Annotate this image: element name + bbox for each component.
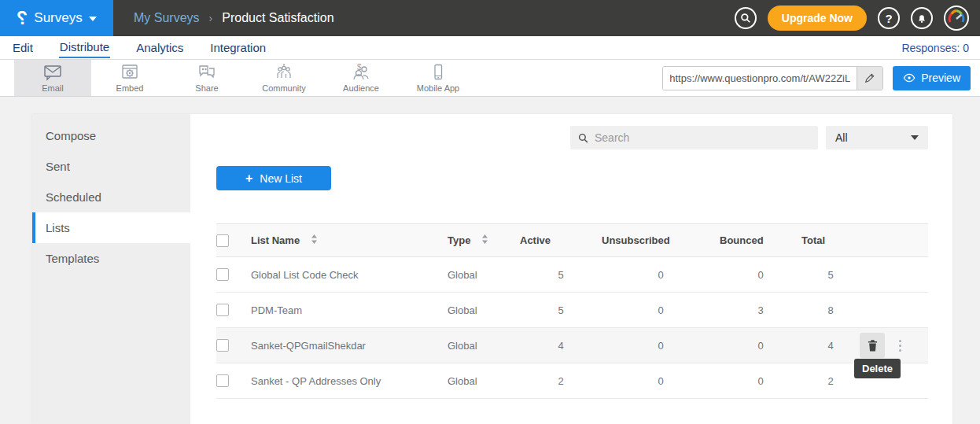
page-content: Compose Sent Scheduled Lists Templates A…	[0, 97, 980, 424]
bounced-count[interactable]: 0	[720, 363, 801, 399]
topbar-actions: Upgrade Now ?	[735, 6, 980, 31]
column-bounced: Bounced	[720, 224, 801, 257]
list-type: Global	[448, 328, 520, 363]
table-row-hovered: Sanket-QPGmailShekdar Global 4 0 0 4	[216, 328, 928, 363]
distribute-toolbar: Email Embed Share	[0, 60, 980, 97]
table-header-row: List Name Type	[216, 224, 928, 257]
smartphone-icon	[428, 63, 448, 82]
email-sidebar: Compose Sent Scheduled Lists Templates	[32, 114, 190, 424]
channel-mobile-app-button[interactable]: Mobile App	[400, 60, 477, 96]
breadcrumb-my-surveys[interactable]: My Surveys	[134, 11, 200, 25]
delete-list-button[interactable]	[860, 333, 885, 358]
row-checkbox[interactable]	[216, 304, 229, 316]
delete-tooltip: Delete	[854, 359, 901, 378]
list-type: Global	[448, 293, 520, 328]
email-distribution-card: Compose Sent Scheduled Lists Templates A…	[32, 114, 952, 424]
bounced-count[interactable]: 0	[720, 257, 801, 293]
column-unsubscribed: Unsubscribed	[602, 224, 720, 257]
channel-email-button[interactable]: Email	[14, 60, 91, 96]
unsubscribed-count[interactable]: 0	[602, 363, 720, 399]
column-active: Active	[520, 224, 602, 257]
list-name-link[interactable]: Sanket - QP Addresses Only	[251, 363, 448, 399]
tab-analytics[interactable]: Analytics	[135, 39, 184, 57]
bell-icon	[916, 13, 927, 24]
survey-url-input[interactable]	[663, 67, 857, 90]
table-row: Global List Code Check Global 5 0 0 5	[216, 257, 928, 293]
bounced-count[interactable]: 0	[720, 328, 801, 363]
select-all-checkbox[interactable]	[216, 234, 229, 247]
tab-integration[interactable]: Integration	[209, 39, 267, 57]
list-type-filter[interactable]: All	[826, 126, 928, 149]
product-switcher[interactable]: ? Surveys	[0, 0, 113, 36]
row-checkbox[interactable]	[216, 339, 229, 352]
channel-label: Community	[262, 83, 306, 93]
pencil-icon	[864, 72, 875, 83]
list-name-link[interactable]: PDM-Team	[251, 293, 448, 328]
sidebar-item-templates[interactable]: Templates	[32, 243, 190, 274]
unsubscribed-count[interactable]: 0	[602, 257, 720, 293]
search-input[interactable]	[595, 131, 810, 144]
sidebar-item-compose[interactable]: Compose	[32, 120, 190, 151]
chevron-down-icon	[911, 135, 919, 140]
filter-value: All	[835, 131, 848, 144]
active-count[interactable]: 4	[520, 328, 602, 363]
responses-count[interactable]: Responses: 0	[901, 42, 980, 54]
question-mark-icon: ?	[885, 12, 892, 25]
upgrade-now-button[interactable]: Upgrade Now	[768, 6, 867, 31]
unsubscribed-count[interactable]: 0	[602, 328, 720, 363]
column-total: Total	[801, 224, 860, 257]
column-list-name: List Name	[251, 234, 300, 246]
search-icon	[740, 13, 751, 24]
total-count[interactable]: 5	[801, 257, 860, 293]
table-row: PDM-Team Global 5 0 3 8	[216, 293, 928, 328]
breadcrumb: My Surveys › Product Satisfaction	[134, 11, 334, 25]
row-menu-button[interactable]	[896, 337, 904, 355]
sort-icon[interactable]	[311, 234, 318, 246]
top-bar: ? Surveys My Surveys › Product Satisfact…	[0, 0, 980, 36]
total-count[interactable]: 4	[801, 328, 860, 363]
channel-buttons: Email Embed Share	[14, 60, 477, 96]
people-group-icon	[274, 63, 294, 82]
table-row: Sanket - QP Addresses Only Global 2 0 0 …	[216, 363, 928, 399]
sidebar-item-scheduled[interactable]: Scheduled	[32, 182, 190, 212]
channel-label: Share	[195, 83, 218, 93]
active-count[interactable]: 2	[520, 363, 602, 399]
search-button[interactable]	[735, 7, 757, 29]
sidebar-item-lists[interactable]: Lists	[32, 212, 190, 243]
channel-label: Email	[42, 83, 64, 93]
channel-community-button[interactable]: Community	[245, 60, 322, 96]
row-checkbox[interactable]	[216, 374, 229, 387]
total-count[interactable]: 8	[801, 293, 860, 328]
bounced-count[interactable]: 3	[720, 293, 801, 328]
channel-share-button[interactable]: Share	[168, 60, 245, 96]
list-search	[570, 126, 818, 149]
notifications-button[interactable]	[911, 7, 933, 29]
list-name-link[interactable]: Global List Code Check	[251, 257, 448, 293]
preview-label: Preview	[921, 72, 960, 84]
account-avatar[interactable]	[944, 6, 969, 31]
active-count[interactable]: 5	[520, 257, 602, 293]
channel-audience-button[interactable]: $ Audience	[322, 60, 400, 96]
new-list-button[interactable]: + New List	[216, 166, 331, 190]
row-checkbox[interactable]	[216, 268, 229, 281]
edit-url-button[interactable]	[857, 67, 882, 90]
browser-gear-icon	[120, 63, 140, 82]
envelope-icon	[42, 63, 63, 82]
active-count[interactable]: 5	[520, 293, 602, 328]
help-button[interactable]: ?	[878, 7, 900, 29]
breadcrumb-current-survey: Product Satisfaction	[222, 11, 333, 25]
total-count[interactable]: 2	[801, 363, 860, 399]
unsubscribed-count[interactable]: 0	[602, 293, 720, 328]
channel-label: Mobile App	[417, 83, 459, 93]
lists-table: List Name Type	[216, 223, 928, 399]
tab-edit[interactable]: Edit	[12, 39, 34, 57]
list-name-link[interactable]: Sanket-QPGmailShekdar	[251, 328, 448, 363]
preview-button[interactable]: Preview	[893, 66, 971, 90]
column-type: Type	[448, 234, 470, 246]
sort-icon[interactable]	[481, 234, 488, 246]
channel-embed-button[interactable]: Embed	[91, 60, 168, 96]
chevron-down-icon	[89, 17, 97, 21]
sidebar-item-sent[interactable]: Sent	[32, 151, 190, 182]
plus-icon: +	[245, 171, 252, 186]
tab-distribute[interactable]: Distribute	[59, 38, 110, 58]
